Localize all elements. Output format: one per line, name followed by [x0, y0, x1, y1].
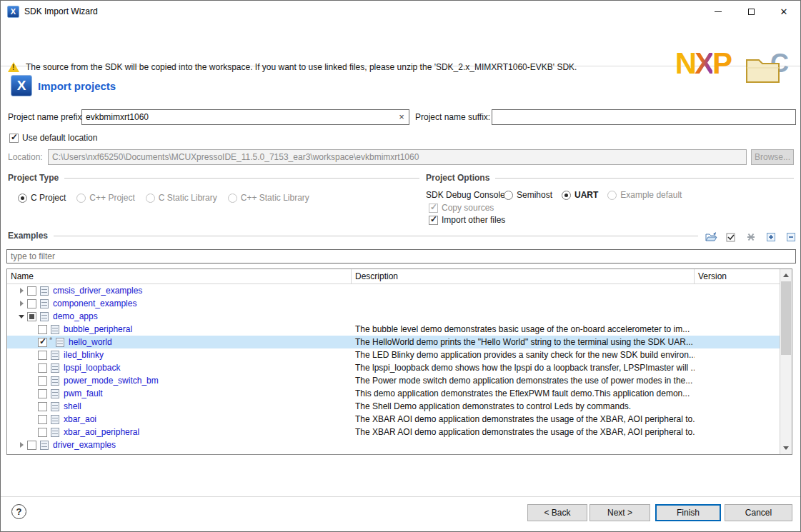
example-list-icon — [51, 428, 59, 437]
table-row-shell[interactable]: shell The Shell Demo application demonst… — [7, 400, 780, 413]
row-checkbox[interactable] — [38, 415, 47, 424]
radio-example-default[interactable]: Example default — [607, 190, 682, 200]
chevron-right-icon[interactable] — [16, 288, 27, 293]
row-checkbox[interactable] — [38, 376, 47, 386]
example-name[interactable]: cmsis_driver_examples — [53, 286, 142, 296]
column-header-version[interactable]: Version — [695, 269, 780, 283]
example-name[interactable]: lpspi_loopback — [64, 363, 120, 373]
row-checkbox[interactable] — [38, 338, 47, 347]
chevron-down-icon[interactable] — [16, 315, 27, 318]
table-row-cmsis-driver-examples[interactable]: cmsis_driver_examples — [7, 284, 780, 297]
example-name[interactable]: pwm_fault — [64, 388, 103, 398]
open-example-icon[interactable] — [704, 231, 717, 243]
table-row-xbar-aoi[interactable]: xbar_aoi The XBAR AOI demo application d… — [7, 413, 780, 426]
row-checkbox[interactable] — [38, 389, 47, 398]
filter-input[interactable] — [6, 249, 796, 264]
chevron-right-icon[interactable] — [16, 442, 27, 448]
project-type-group: Project Type — [8, 173, 419, 183]
finish-button[interactable]: Finish — [655, 504, 721, 521]
project-name-prefix-input[interactable] — [81, 109, 409, 125]
example-name[interactable]: shell — [64, 401, 81, 411]
column-header-name[interactable]: Name — [7, 269, 352, 283]
row-checkbox[interactable] — [38, 351, 47, 360]
example-name[interactable]: demo_apps — [53, 311, 98, 321]
example-name[interactable]: component_examples — [53, 298, 136, 308]
deselect-all-icon[interactable] — [744, 231, 757, 243]
maximize-button[interactable] — [735, 1, 767, 22]
row-checkbox[interactable] — [38, 428, 47, 437]
example-description: The HelloWorld demo prints the "Hello Wo… — [352, 337, 695, 347]
example-name[interactable]: iled_blinky — [64, 350, 104, 360]
group-separator — [64, 178, 419, 179]
example-name[interactable]: hello_world — [69, 337, 112, 347]
chevron-right-icon[interactable] — [16, 301, 27, 306]
sdk-import-wizard-window: X SDK Import Wizard ✕ The source from th… — [0, 0, 801, 532]
radio-icon — [228, 194, 237, 203]
row-checkbox[interactable] — [27, 299, 36, 308]
row-checkbox[interactable] — [27, 441, 36, 450]
use-default-location-checkbox[interactable] — [9, 134, 19, 143]
table-row-bubble-peripheral[interactable]: bubble_peripheral The bubble level demo … — [7, 323, 780, 336]
example-name[interactable]: bubble_peripheral — [64, 324, 132, 334]
row-checkbox[interactable] — [27, 312, 36, 321]
collapse-all-icon[interactable] — [784, 231, 797, 243]
project-name-suffix-input[interactable] — [492, 109, 796, 125]
back-button[interactable]: < Back — [527, 504, 587, 521]
copy-sources-label: Copy sources — [442, 203, 494, 213]
example-name[interactable]: power_mode_switch_bm — [64, 376, 159, 386]
table-row-hello-world[interactable]: hello_world The HelloWorld demo prints t… — [7, 336, 780, 348]
example-description: The bubble level demo demonstrates basic… — [352, 324, 695, 334]
scrollbar-thumb[interactable] — [781, 281, 791, 355]
table-row-iled-blinky[interactable]: iled_blinky The LED Blinky demo applicat… — [7, 348, 780, 361]
table-row-power-mode-switch-bm[interactable]: power_mode_switch_bm The Power mode swit… — [7, 374, 780, 387]
example-description: The Shell Demo application demonstrates … — [352, 401, 695, 411]
example-description: The XBAR AOI demo application demonstrat… — [352, 414, 695, 424]
radio-label: Semihost — [517, 190, 552, 200]
radio-label: C Static Library — [159, 193, 217, 203]
example-description: The lpspi_loopback demo shows how the lp… — [352, 363, 695, 373]
next-button[interactable]: Next > — [589, 504, 650, 521]
radio-cpp-project[interactable]: C++ Project — [76, 193, 134, 203]
project-type-options: C Project C++ Project C Static Library C… — [18, 193, 309, 203]
table-row-xbar-aoi-peripheral[interactable]: xbar_aoi_peripheral The XBAR AOI demo ap… — [7, 426, 780, 438]
browse-button[interactable]: Browse... — [751, 149, 794, 165]
table-row-driver-examples[interactable]: driver_examples — [7, 438, 780, 451]
radio-icon — [562, 191, 571, 200]
warning-message: The source from the SDK will be copied i… — [26, 62, 577, 72]
row-checkbox[interactable] — [38, 402, 47, 411]
close-button[interactable]: ✕ — [767, 1, 800, 22]
scroll-up-arrow[interactable] — [780, 270, 792, 281]
expand-all-icon[interactable] — [764, 231, 777, 243]
cancel-button[interactable]: Cancel — [725, 504, 792, 521]
vertical-scrollbar[interactable] — [780, 269, 792, 454]
warning-icon — [8, 62, 20, 72]
example-list-icon — [56, 338, 64, 347]
minimize-button[interactable] — [702, 1, 735, 22]
example-list-icon — [40, 312, 49, 321]
example-list-icon — [51, 351, 59, 360]
examples-title: Examples — [8, 231, 48, 241]
row-checkbox[interactable] — [38, 363, 47, 373]
table-row-lpspi-loopback[interactable]: lpspi_loopback The lpspi_loopback demo s… — [7, 361, 780, 374]
column-header-description[interactable]: Description — [352, 269, 695, 283]
table-row-pwm-fault[interactable]: pwm_fault This demo application demonstr… — [7, 387, 780, 400]
radio-c-static-library[interactable]: C Static Library — [146, 193, 217, 203]
radio-uart[interactable]: UART — [562, 190, 598, 200]
row-checkbox[interactable] — [27, 286, 36, 296]
radio-semihost[interactable]: Semihost — [504, 190, 552, 200]
help-button[interactable]: ? — [11, 504, 26, 519]
import-other-files-row: Import other files — [429, 215, 505, 225]
table-row-demo-apps[interactable]: demo_apps — [7, 310, 780, 323]
select-all-icon[interactable] — [724, 231, 737, 243]
example-name[interactable]: xbar_aoi — [64, 414, 96, 424]
radio-cpp-static-library[interactable]: C++ Static Library — [228, 193, 309, 203]
radio-c-project[interactable]: C Project — [18, 193, 66, 203]
example-name[interactable]: driver_examples — [53, 440, 116, 450]
import-other-files-checkbox[interactable] — [429, 216, 438, 225]
clear-input-icon[interactable]: × — [397, 112, 407, 122]
row-checkbox[interactable] — [38, 325, 47, 334]
scroll-down-arrow[interactable] — [780, 443, 792, 453]
use-default-location-row: Use default location — [9, 133, 97, 143]
table-row-component-examples[interactable]: component_examples — [7, 297, 780, 310]
example-name[interactable]: xbar_aoi_peripheral — [64, 427, 139, 437]
